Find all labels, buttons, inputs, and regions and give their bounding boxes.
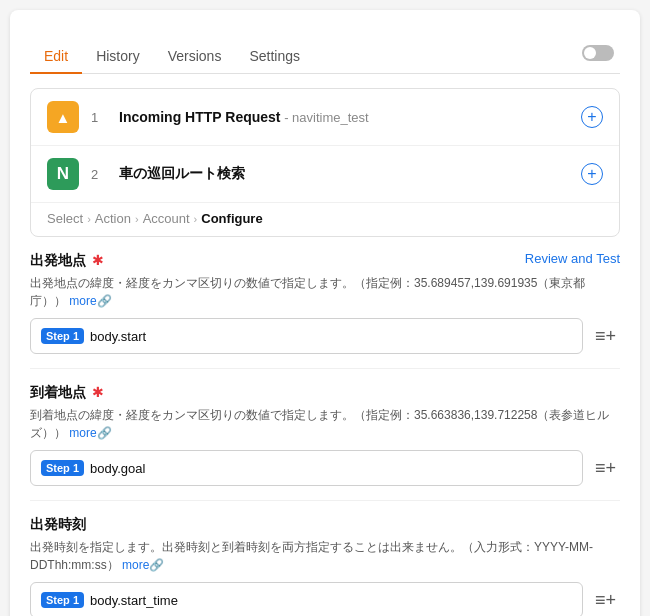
required-indicator-departure: ✱ bbox=[88, 252, 104, 268]
status-area bbox=[582, 45, 620, 69]
form-section-departure: 出発地点 ✱Review and Test出発地点の緯度・経度をカンマ区切りの数… bbox=[30, 251, 620, 369]
step-label-0: Incoming HTTP Request - navitime_test bbox=[119, 109, 569, 125]
form-section-departure_time: 出発時刻出発時刻を指定します。出発時刻と到着時刻を両方指定することは出来ません。… bbox=[30, 515, 620, 616]
field-label-arrival: 到着地点 bbox=[30, 384, 86, 400]
form-fields: 出発地点 ✱Review and Test出発地点の緯度・経度をカンマ区切りの数… bbox=[30, 251, 620, 616]
field-input-row-departure_time: Step 1body.start_time≡+ bbox=[30, 582, 620, 616]
step-icon-0: ▲ bbox=[47, 101, 79, 133]
field-value-departure_time: body.start_time bbox=[90, 593, 178, 608]
step-item-1[interactable]: N2車の巡回ルート検索+ bbox=[31, 146, 619, 203]
breadcrumb-sep-1: › bbox=[87, 213, 91, 225]
field-header-arrival: 到着地点 ✱ bbox=[30, 383, 620, 402]
field-header-departure_time: 出発時刻 bbox=[30, 515, 620, 534]
tab-settings[interactable]: Settings bbox=[235, 40, 314, 74]
review-test-link[interactable]: Review and Test bbox=[525, 251, 620, 266]
main-container: EditHistoryVersionsSettings ▲1Incoming H… bbox=[10, 10, 640, 616]
step-badge-departure: Step 1 bbox=[41, 328, 84, 344]
step-item-0[interactable]: ▲1Incoming HTTP Request - navitime_test+ bbox=[31, 89, 619, 146]
step-sub-0: - navitime_test bbox=[281, 110, 369, 125]
breadcrumb-item-select[interactable]: Select bbox=[47, 211, 83, 226]
breadcrumb-sep-2: › bbox=[135, 213, 139, 225]
step-icon-1: N bbox=[47, 158, 79, 190]
field-header-departure: 出発地点 ✱Review and Test bbox=[30, 251, 620, 270]
breadcrumb-item-action[interactable]: Action bbox=[95, 211, 131, 226]
required-indicator-arrival: ✱ bbox=[88, 384, 104, 400]
step-badge-arrival: Step 1 bbox=[41, 460, 84, 476]
field-pill-arrival[interactable]: Step 1body.goal bbox=[30, 450, 583, 486]
format-list-button-departure_time[interactable]: ≡+ bbox=[591, 588, 620, 613]
disabled-toggle[interactable] bbox=[582, 45, 614, 61]
steps-list: ▲1Incoming HTTP Request - navitime_test+… bbox=[30, 88, 620, 237]
step-num-0: 1 bbox=[91, 110, 107, 125]
breadcrumb-item-account[interactable]: Account bbox=[143, 211, 190, 226]
step-label-1: 車の巡回ルート検索 bbox=[119, 165, 569, 183]
more-link-departure_time[interactable]: more🔗 bbox=[122, 558, 164, 572]
tab-versions[interactable]: Versions bbox=[154, 40, 236, 74]
field-value-arrival: body.goal bbox=[90, 461, 145, 476]
field-pill-departure_time[interactable]: Step 1body.start_time bbox=[30, 582, 583, 616]
form-section-arrival: 到着地点 ✱到着地点の緯度・経度をカンマ区切りの数値で指定します。（指定例：35… bbox=[30, 383, 620, 501]
field-input-row-departure: Step 1body.start≡+ bbox=[30, 318, 620, 354]
step-badge-departure_time: Step 1 bbox=[41, 592, 84, 608]
field-label-departure: 出発地点 bbox=[30, 252, 86, 268]
tabs-list: EditHistoryVersionsSettings bbox=[30, 40, 582, 73]
tabs-row: EditHistoryVersionsSettings bbox=[30, 40, 620, 74]
field-desc-departure_time: 出発時刻を指定します。出発時刻と到着時刻を両方指定することは出来ません。（入力形… bbox=[30, 538, 620, 574]
tab-edit[interactable]: Edit bbox=[30, 40, 82, 74]
step-add-button-0[interactable]: + bbox=[581, 106, 603, 128]
field-pill-departure[interactable]: Step 1body.start bbox=[30, 318, 583, 354]
format-list-button-arrival[interactable]: ≡+ bbox=[591, 456, 620, 481]
field-desc-departure: 出発地点の緯度・経度をカンマ区切りの数値で指定します。（指定例：35.68945… bbox=[30, 274, 620, 310]
tab-history[interactable]: History bbox=[82, 40, 154, 74]
step-num-1: 2 bbox=[91, 167, 107, 182]
breadcrumb-sep-3: › bbox=[194, 213, 198, 225]
breadcrumb: Select›Action›Account›Configure bbox=[31, 203, 619, 236]
format-list-button-departure[interactable]: ≡+ bbox=[591, 324, 620, 349]
step-add-button-1[interactable]: + bbox=[581, 163, 603, 185]
field-desc-arrival: 到着地点の緯度・経度をカンマ区切りの数値で指定します。（指定例：35.66383… bbox=[30, 406, 620, 442]
more-link-departure[interactable]: more🔗 bbox=[69, 294, 111, 308]
breadcrumb-item-configure: Configure bbox=[201, 211, 262, 226]
field-label-departure_time: 出発時刻 bbox=[30, 516, 86, 532]
field-value-departure: body.start bbox=[90, 329, 146, 344]
more-link-arrival[interactable]: more🔗 bbox=[69, 426, 111, 440]
field-input-row-arrival: Step 1body.goal≡+ bbox=[30, 450, 620, 486]
